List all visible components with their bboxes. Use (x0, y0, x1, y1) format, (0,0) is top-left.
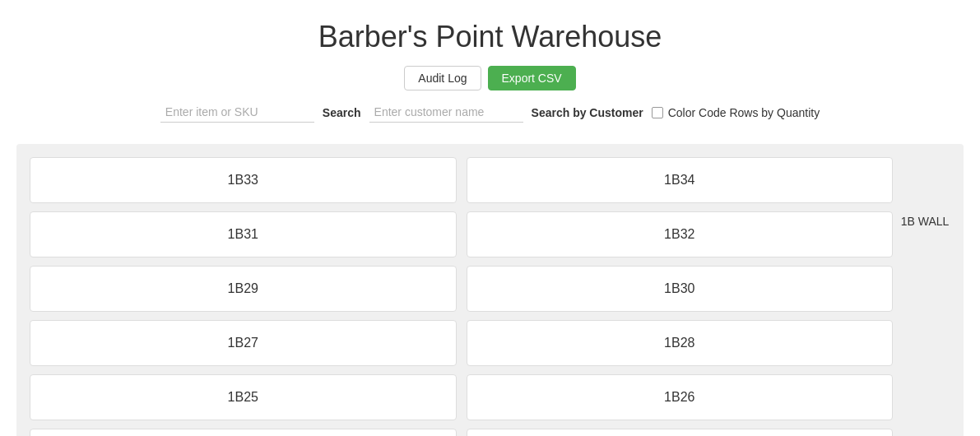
cell-1b32[interactable]: 1B32 (467, 211, 894, 257)
page-title: Barber's Point Warehouse (0, 20, 980, 54)
search-by-customer-button[interactable]: Search by Customer (532, 106, 643, 119)
cell-1b27[interactable]: 1B27 (30, 320, 457, 366)
header: Barber's Point Warehouse Audit Log Expor… (0, 0, 980, 144)
color-code-text: Color Code Rows by Quantity (668, 106, 820, 119)
cell-1b28[interactable]: 1B28 (467, 320, 894, 366)
toolbar: Search Search by Customer Color Code Row… (0, 102, 980, 134)
cell-1b24[interactable]: 1B24 (467, 429, 894, 436)
cell-1b34[interactable]: 1B34 (467, 157, 894, 203)
main-area: 1B33 1B34 1B31 1B29 1B27 1B25 1B23 1B32 … (16, 144, 964, 436)
header-buttons: Audit Log Export CSV (0, 66, 980, 90)
color-code-checkbox[interactable] (652, 107, 663, 118)
cell-1b33[interactable]: 1B33 (30, 157, 457, 203)
export-csv-button[interactable]: Export CSV (488, 66, 576, 90)
cell-1b29[interactable]: 1B29 (30, 266, 457, 312)
cell-1b25[interactable]: 1B25 (30, 374, 457, 420)
search-button[interactable]: Search (323, 106, 361, 119)
wall-label: 1B WALL (893, 157, 950, 436)
item-sku-input[interactable] (160, 102, 314, 123)
top-row: 1B33 1B34 (30, 157, 893, 203)
color-code-label: Color Code Rows by Quantity (652, 106, 820, 119)
cell-1b26[interactable]: 1B26 (467, 374, 894, 420)
audit-log-button[interactable]: Audit Log (404, 66, 481, 90)
grid-area: 1B33 1B34 1B31 1B29 1B27 1B25 1B23 1B32 … (30, 157, 893, 436)
left-column: 1B31 1B29 1B27 1B25 1B23 (30, 211, 457, 436)
cell-1b31[interactable]: 1B31 (30, 211, 457, 257)
cell-1b23[interactable]: 1B23 (30, 429, 457, 436)
customer-name-input[interactable] (369, 102, 523, 123)
rows-area: 1B31 1B29 1B27 1B25 1B23 1B32 1B30 1B28 … (30, 211, 893, 436)
cell-1b30[interactable]: 1B30 (467, 266, 894, 312)
right-column: 1B32 1B30 1B28 1B26 1B24 (467, 211, 894, 436)
